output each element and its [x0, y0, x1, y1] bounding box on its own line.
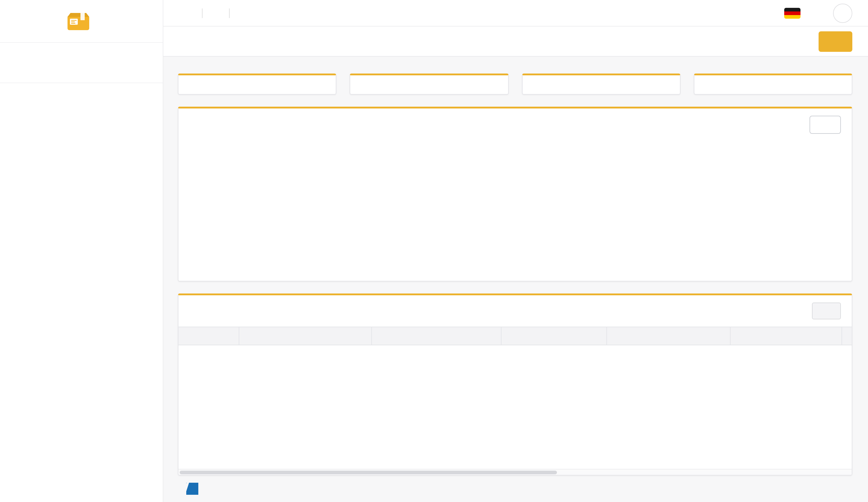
- logout-power-button[interactable]: [833, 3, 852, 23]
- sort-desc-icon: [249, 332, 256, 339]
- chevron-down-icon: [826, 121, 833, 128]
- bws-logo-box: [186, 483, 198, 495]
- bws-logo[interactable]: [185, 483, 198, 495]
- theme-brightness-icon[interactable]: [812, 8, 822, 18]
- main-area: [163, 0, 868, 502]
- german-flag-language-icon[interactable]: [784, 8, 800, 18]
- sidebar-nav: [0, 83, 163, 89]
- page-header: [163, 27, 868, 57]
- stat-card-heute: [178, 74, 337, 95]
- dashboard-chart-icon: [179, 36, 190, 47]
- new-shipment-button[interactable]: [818, 31, 852, 52]
- topbar: [163, 0, 868, 27]
- orders-revenue-chart-card: [178, 107, 852, 281]
- horizontal-scrollbar[interactable]: [178, 469, 852, 475]
- stat-cards: [178, 74, 852, 95]
- new-shipment-parcel-icon: [828, 37, 837, 46]
- menu-divider: [229, 8, 230, 18]
- power-icon: [838, 9, 847, 17]
- topbar-actions: [784, 3, 852, 23]
- orders-bar-chart: [183, 141, 513, 277]
- col-datum[interactable]: [239, 327, 371, 345]
- stat-card-diesen-monat: [350, 74, 509, 95]
- stat-card-bestellungen: [694, 74, 852, 95]
- table-header-row: [178, 327, 852, 345]
- show-all-button[interactable]: [812, 303, 841, 320]
- col-plattform[interactable]: [730, 327, 841, 345]
- search-list-icon: [820, 307, 828, 315]
- date-range-select[interactable]: [809, 116, 841, 134]
- parcel-logo-icon: [66, 11, 90, 31]
- sidebar: [0, 0, 163, 502]
- col-bestellnummer[interactable]: [371, 327, 501, 345]
- revenue-area-chart: [517, 141, 846, 277]
- package-plus-icon: [74, 55, 89, 70]
- brand-logo[interactable]: [0, 0, 163, 43]
- menu-divider: [202, 8, 203, 18]
- stat-card-gesamtumsatz: [522, 74, 681, 95]
- scrollbar-thumb[interactable]: [180, 471, 557, 474]
- charts-row: [178, 141, 852, 281]
- col-account[interactable]: [606, 327, 730, 345]
- quick-new-shipment-button[interactable]: [0, 43, 163, 83]
- col-summe[interactable]: [501, 327, 606, 345]
- latest-orders-card: [178, 293, 852, 475]
- dashboard-content: [163, 57, 868, 502]
- orders-table: [178, 327, 852, 469]
- col-aktionen-clipped[interactable]: [841, 327, 852, 345]
- footer: [178, 475, 852, 502]
- col-status[interactable]: [178, 327, 239, 345]
- screen: [0, 0, 868, 502]
